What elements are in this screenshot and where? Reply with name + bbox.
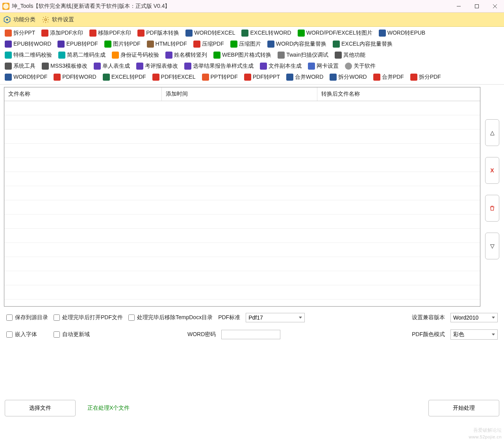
table-row[interactable]: [4, 229, 480, 243]
chk-open-after-box[interactable]: [54, 314, 60, 321]
toolbtn-r5-2[interactable]: EXCEL转PDF: [100, 72, 149, 82]
table-row[interactable]: [4, 144, 480, 158]
toolbtn-r4-3[interactable]: 考评报表修改: [133, 61, 181, 71]
toolbtn-r1-1[interactable]: 添加PDF水印: [39, 28, 86, 38]
toolbtn-r4-7[interactable]: 关于软件: [342, 61, 378, 71]
table-row[interactable]: [4, 158, 480, 172]
minimize-button[interactable]: [450, 0, 468, 13]
chk-save-to-source[interactable]: 保存到源目录: [6, 314, 48, 321]
chk-auto-update-box[interactable]: [54, 331, 60, 338]
toolbtn-r2-7[interactable]: EXCEL内容批量替换: [330, 39, 395, 49]
move-down-button[interactable]: ▽: [485, 233, 499, 259]
toolbtn-label: WORD内容批量替换: [276, 41, 326, 48]
col-addtime[interactable]: 添加时间: [162, 87, 317, 101]
toolbtn-r4-2[interactable]: 单人表生成: [91, 61, 133, 71]
toolbtn-r2-6[interactable]: WORD内容批量替换: [265, 39, 329, 49]
toolbtn-r3-1[interactable]: 简易二维码生成: [56, 50, 108, 60]
toolbtn-r4-6[interactable]: 网卡设置: [305, 61, 341, 71]
color-mode-select[interactable]: 彩色: [450, 329, 498, 340]
toolbtn-r5-1[interactable]: PDF转WORD: [51, 72, 99, 82]
file-grid[interactable]: 文件名称 添加时间 转换后文件名称: [4, 87, 480, 307]
col-outputname[interactable]: 转换后文件名称: [317, 87, 480, 101]
toolbtn-r1-7[interactable]: WORD转EPUB: [376, 28, 428, 38]
toolbtn-label: 关于软件: [354, 63, 376, 70]
menu-category[interactable]: 功能分类: [3, 16, 35, 24]
move-up-button[interactable]: △: [485, 119, 499, 146]
menu-settings[interactable]: 软件设置: [42, 16, 74, 24]
chk-save-to-source-box[interactable]: [6, 314, 13, 321]
chk-remove-temp[interactable]: 处理完毕后移除TempDocx目录: [128, 314, 213, 321]
toolbtn-r5-6[interactable]: 合并WORD: [284, 72, 326, 82]
toolbtn-r3-6[interactable]: 其他功能: [332, 50, 368, 60]
toolbtn-r5-7[interactable]: 拆分WORD: [327, 72, 369, 82]
toolbtn-r4-4[interactable]: 选举结果报告单样式生成: [182, 61, 256, 71]
toolbtn-r5-8[interactable]: 合并PDF: [371, 72, 407, 82]
table-row[interactable]: [4, 129, 480, 144]
toolbtn-r5-0[interactable]: WORD转PDF: [2, 72, 50, 82]
toolbtn-r4-1[interactable]: MSS3模板修改: [39, 61, 90, 71]
x-icon: X: [490, 167, 494, 174]
toolbtn-r5-9[interactable]: 拆分PDF: [408, 72, 444, 82]
toolbtn-r1-4[interactable]: WORD转EXCEL: [183, 28, 238, 38]
toolbtn-r2-5[interactable]: 压缩图片: [228, 39, 264, 49]
toolbar-row-5: WORD转PDFPDF转WORDEXCEL转PDFPDF转EXCELPPT转PD…: [2, 72, 502, 83]
toolbtn-r3-3[interactable]: 姓名横转竖列: [163, 50, 210, 60]
choose-file-button[interactable]: 选择文件: [5, 400, 76, 416]
table-row[interactable]: [4, 285, 480, 299]
toolbtn-r4-0[interactable]: 系统工具: [2, 61, 38, 71]
chk-remove-temp-box[interactable]: [128, 314, 135, 321]
table-row[interactable]: [4, 115, 480, 129]
toolbtn-r3-0[interactable]: 特殊二维码校验: [2, 50, 55, 60]
toolbtn-r3-2[interactable]: 身份证号码校验: [109, 50, 162, 60]
color-mode-label: PDF颜色模式: [412, 331, 445, 338]
table-row[interactable]: [4, 200, 480, 214]
window-title: 坤_Tools【软件完全离线|更新请看关于软件|版本：正式版 V0.4】: [12, 3, 170, 10]
txt-icon: [165, 52, 172, 59]
close-button[interactable]: [486, 0, 504, 13]
word-pwd-input[interactable]: [221, 330, 280, 339]
pdf-std-select[interactable]: Pdf17: [246, 313, 305, 322]
toolbtn-r2-0[interactable]: EPUB转WORD: [2, 39, 54, 49]
toolbar-area: 拆分PPT添加PDF水印移除PDF水印PDF版本转换WORD转EXCELEXCE…: [0, 27, 504, 85]
toolbtn-r5-4[interactable]: PPT转PDF: [199, 72, 241, 82]
table-row[interactable]: [4, 172, 480, 186]
toolbtn-r5-5[interactable]: PDF转PPT: [241, 72, 283, 82]
toolbtn-r4-5[interactable]: 文件副本生成: [257, 61, 304, 71]
word-icon: [379, 30, 386, 37]
toolbtn-r2-2[interactable]: 图片转PDF: [102, 39, 143, 49]
delete-button[interactable]: X: [485, 157, 499, 184]
toolbtn-r3-5[interactable]: Twain扫描仪调试: [275, 50, 331, 60]
toolbtn-r2-1[interactable]: EPUB转PDF: [55, 39, 100, 49]
img-icon: [230, 41, 237, 48]
toolbtn-r2-3[interactable]: HTML转PDF: [144, 39, 190, 49]
chk-open-after[interactable]: 处理完毕后打开PDF文件: [54, 314, 123, 321]
toolbtn-r3-4[interactable]: WEBP图片格式转换: [211, 50, 274, 60]
grid-body[interactable]: [4, 101, 480, 299]
table-row[interactable]: [4, 101, 480, 115]
toolbtn-label: PDF转WORD: [62, 74, 96, 81]
toolbtn-r1-5[interactable]: EXCEL转WORD: [239, 28, 294, 38]
clear-button[interactable]: [485, 195, 499, 222]
table-row[interactable]: [4, 214, 480, 229]
chk-embed-font-box[interactable]: [6, 331, 13, 338]
toolbtn-r2-4[interactable]: 压缩PDF: [191, 39, 227, 49]
maximize-button[interactable]: [468, 0, 486, 13]
toolbtn-r1-3[interactable]: PDF版本转换: [135, 28, 182, 38]
qr-icon: [5, 52, 12, 59]
hexagon-icon: [3, 16, 11, 24]
table-row[interactable]: [4, 186, 480, 200]
toolbtn-r1-0[interactable]: 拆分PPT: [2, 28, 38, 38]
toolbtn-label: EPUB转WORD: [13, 41, 51, 48]
start-process-button[interactable]: 开始处理: [428, 400, 499, 416]
toolbtn-r5-3[interactable]: PDF转EXCEL: [150, 72, 198, 82]
chk-embed-font[interactable]: 嵌入字体: [6, 331, 37, 338]
table-row[interactable]: [4, 271, 480, 285]
toolbtn-r1-2[interactable]: 移除PDF水印: [87, 28, 134, 38]
table-row[interactable]: [4, 243, 480, 257]
col-filename[interactable]: 文件名称: [4, 87, 162, 101]
toolbtn-r1-6[interactable]: WORD/PDF/EXCEL转图片: [295, 28, 375, 38]
chk-auto-update[interactable]: 自动更新域: [54, 331, 90, 338]
toolbtn-label: WORD/PDF/EXCEL转图片: [306, 30, 372, 37]
compat-select[interactable]: Word2010: [450, 313, 498, 322]
table-row[interactable]: [4, 257, 480, 271]
